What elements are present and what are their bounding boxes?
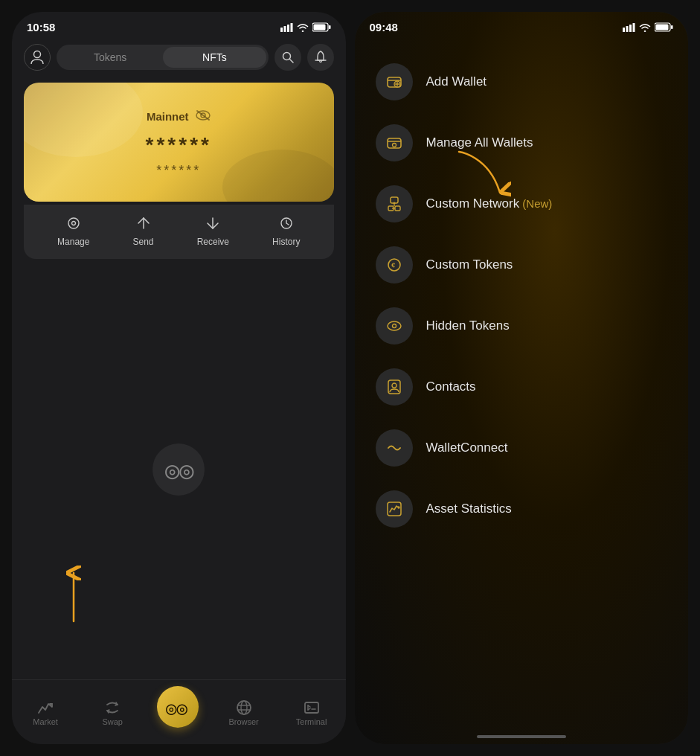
svg-point-14 [68,218,79,228]
svg-point-15 [71,222,75,225]
fab-brand-icon: ◎◎ [166,696,190,717]
bottom-nav: Market Swap ◎◎ [12,679,346,744]
custom-network-icon [386,196,402,212]
manage-arrow-annotation [62,566,85,625]
menu-item-asset-statistics[interactable]: Asset Statistics [373,480,671,538]
wallet-card[interactable]: Mainnet ****** ****** [24,83,334,202]
manage-button[interactable]: Manage [48,214,98,250]
hidden-tokens-icon [386,318,402,334]
action-row: Manage Send Receive [24,205,334,259]
svg-text:◎◎: ◎◎ [166,698,187,717]
menu-item-manage-wallets[interactable]: Manage All Wallets [373,114,671,172]
contacts-icon [386,379,402,395]
svg-point-7 [34,51,41,58]
history-icon [280,217,293,234]
time-right: 09:48 [370,21,398,33]
right-screen: 09:48 [355,12,689,744]
svg-rect-25 [305,702,318,713]
hide-balance-icon[interactable] [195,109,211,124]
svg-point-52 [388,321,401,330]
browser-icon [236,699,252,716]
walletconnect-icon-circle [376,429,413,467]
tokens-tab[interactable]: Tokens [59,47,161,68]
svg-point-44 [393,202,395,205]
svg-rect-5 [313,25,325,31]
menu-item-contacts[interactable]: Contacts [373,358,671,416]
menu-item-custom-network[interactable]: Custom Network (New) [373,175,671,233]
time-left: 10:58 [27,21,55,33]
search-button[interactable] [274,44,301,71]
manage-icon [67,217,80,234]
menu-list: Add Wallet Manage All Wallets [355,38,689,735]
svg-point-53 [392,324,396,328]
svg-rect-35 [656,25,669,31]
nav-center-fab: ◎◎ [157,686,199,729]
send-icon [137,217,150,234]
svg-rect-30 [623,28,625,32]
walletconnect-label: WalletConnect [426,441,508,455]
left-screen: 10:58 [12,12,346,744]
svg-rect-31 [626,26,629,32]
svg-rect-1 [283,26,286,32]
svg-rect-33 [633,23,635,32]
svg-line-9 [289,60,293,63]
top-nav: Tokens NFTs [12,38,346,77]
market-icon [37,699,54,716]
custom-tokens-label: Custom Tokens [426,257,513,272]
battery-icon [312,22,331,32]
svg-point-22 [241,701,247,714]
nav-swap[interactable]: Swap [90,696,135,729]
hidden-tokens-label: Hidden Tokens [426,318,510,333]
nav-browser[interactable]: Browser [221,696,266,729]
avatar-button[interactable] [24,44,51,71]
wifi-icon-right [639,23,651,32]
menu-item-custom-tokens[interactable]: ¢ Custom Tokens [373,236,671,294]
notifications-button[interactable] [307,44,334,71]
svg-text:¢: ¢ [391,260,396,269]
manage-wallets-icon-circle [376,124,413,161]
manage-wallets-icon [386,135,402,151]
menu-item-add-wallet[interactable]: Add Wallet [373,53,671,111]
down-arrow-svg [444,148,511,200]
wifi-icon [297,23,309,32]
svg-point-42 [392,144,396,147]
status-bar-left: 10:58 [12,12,346,38]
person-icon [30,50,44,65]
send-button[interactable]: Send [124,214,163,250]
svg-rect-36 [671,25,673,29]
menu-item-walletconnect[interactable]: WalletConnect [373,419,671,477]
receive-button[interactable]: Receive [188,214,238,250]
signal-icon-right [623,23,635,32]
manage-wallets-arrow [444,148,511,203]
fab-logo-button[interactable]: ◎◎ [157,686,199,728]
signal-icon [280,23,293,32]
search-icon [282,51,294,63]
add-wallet-icon [386,74,402,90]
status-bar-right: 09:48 [355,12,689,38]
add-wallet-label: Add Wallet [426,74,487,89]
svg-rect-0 [280,28,283,32]
svg-rect-47 [395,206,400,211]
nav-market[interactable]: Market [23,696,68,729]
svg-rect-3 [290,23,292,32]
receive-icon [206,217,219,234]
contacts-icon-circle [376,368,413,406]
custom-tokens-icon: ¢ [386,257,402,273]
balance-sub: ****** [156,163,201,179]
nav-terminal[interactable]: Terminal [289,696,335,729]
status-icons-left [280,22,331,32]
terminal-icon [304,699,320,716]
tab-group: Tokens NFTs [57,45,269,70]
custom-tokens-icon-circle: ¢ [376,246,413,284]
app-logo-empty: ◎◎ [152,443,205,496]
svg-rect-6 [329,25,331,29]
contacts-label: Contacts [426,379,476,394]
nfts-tab[interactable]: NFTs [163,47,266,68]
swap-icon [104,699,121,716]
svg-text:◎◎: ◎◎ [165,456,194,484]
hidden-tokens-icon-circle [376,307,413,345]
menu-item-hidden-tokens[interactable]: Hidden Tokens [373,297,671,355]
asset-statistics-label: Asset Statistics [426,502,512,516]
history-button[interactable]: History [263,214,309,250]
add-wallet-icon-circle [376,63,413,100]
